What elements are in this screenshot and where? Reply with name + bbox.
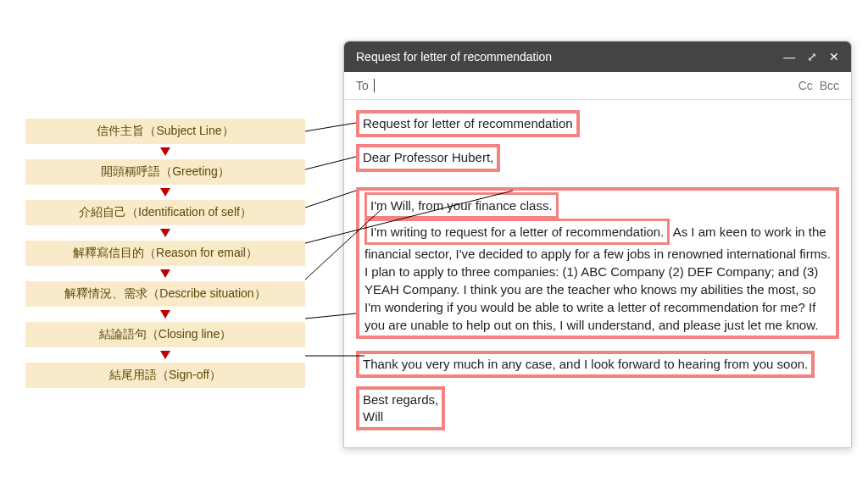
signoff-line1: Best regards, [363,392,438,407]
signoff-highlight: Best regards, Will [356,386,445,431]
greeting-highlight: Dear Professor Hubert, [356,144,500,171]
signoff-line2: Will [363,409,383,424]
body-highlight: I'm Will, from your finance class. I'm w… [356,187,839,339]
compose-title: Request for letter of recommendation [356,50,775,64]
reason-highlight: I'm writing to request for a letter of r… [364,219,670,245]
close-icon[interactable]: ✕ [829,50,839,64]
arrow-down-icon [160,188,170,197]
email-body[interactable]: Request for letter of recommendation Dea… [344,100,851,447]
label-identify: 介紹自己（Identification of self） [25,200,305,225]
label-greeting: 開頭稱呼語（Greeting） [25,159,305,185]
arrow-down-icon [160,229,170,237]
expand-icon[interactable]: ⤢ [807,50,817,64]
identify-highlight: I'm Will, from your finance class. [364,192,559,219]
label-closing: 結論語句（Closing line） [25,322,305,347]
arrow-down-icon [160,269,170,278]
arrow-down-icon [160,310,170,319]
text-cursor-icon [374,79,375,92]
label-situation: 解釋情況、需求（Describe situation） [25,281,305,307]
label-subject: 信件主旨（Subject Line） [25,119,305,144]
compose-window: Request for letter of recommendation — ⤢… [343,41,852,448]
closing-highlight: Thank you very much in any case, and I l… [356,351,815,378]
label-signoff: 結尾用語（Sign-off） [25,363,305,388]
arrow-down-icon [160,147,170,156]
arrow-down-icon [160,351,170,359]
bcc-link[interactable]: Bcc [820,79,839,92]
subject-highlight: Request for letter of recommendation [356,110,580,137]
to-row[interactable]: To Cc Bcc [344,72,851,100]
to-label: To [356,79,369,92]
minimize-icon[interactable]: — [783,50,795,64]
label-reason: 解釋寫信目的（Reason for email） [25,241,305,266]
structure-labels: 信件主旨（Subject Line） 開頭稱呼語（Greeting） 介紹自己（… [25,119,305,388]
cc-link[interactable]: Cc [798,79,813,92]
compose-header: Request for letter of recommendation — ⤢… [344,42,851,72]
